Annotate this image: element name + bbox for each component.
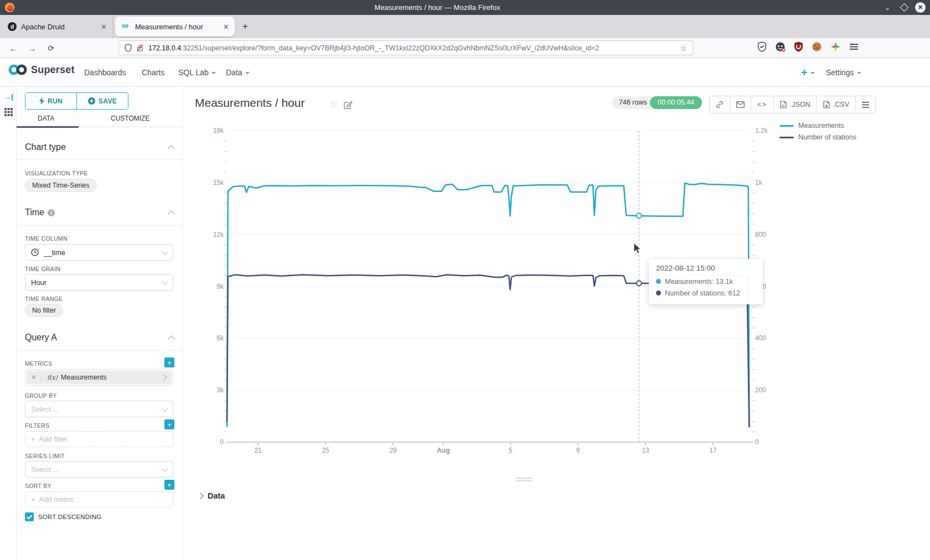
time-column-select[interactable]: __time [25,244,173,261]
expand-datasource-panel-icon[interactable]: → [4,93,13,101]
x-tick-label: 21 [254,447,262,454]
chevron-up-icon [168,335,175,343]
edit-title-icon[interactable] [344,100,353,109]
checkbox-checked-icon[interactable] [25,512,34,521]
datasource-grid-icon[interactable] [4,108,13,116]
superset-brand[interactable]: Superset [8,64,75,76]
highlight-marker-stations [637,281,642,286]
tab-apache-druid[interactable]: d Apache Druid ✕ [0,15,113,38]
sort-descending-row[interactable]: SORT DESCENDING [25,512,101,521]
caret-down-icon [245,72,250,74]
tooltip-date: 2022-08-12 15:00 [656,264,756,272]
clock-icon [31,248,39,256]
tab-close-icon[interactable]: ✕ [101,23,107,31]
ublock-icon[interactable] [794,42,803,52]
group-by-select[interactable]: Select ... [25,401,173,417]
minimize-icon[interactable]: ⌄ [882,2,893,13]
tab-customize[interactable]: CUSTOMIZE [111,112,149,127]
metric-item[interactable]: ✕ f(x) Measurements [25,369,173,386]
tab-measurements-hour[interactable]: ∞ Measurements / hour ✕ [115,17,235,37]
section-time[interactable]: Time [25,208,174,217]
viz-type-pill[interactable]: Mixed Time-Series [25,179,97,192]
reload-button[interactable]: ⟳ [44,42,58,55]
close-icon[interactable]: ✕ [915,2,926,13]
favorite-star-icon[interactable]: ☆ [329,98,338,111]
caret-down-icon [857,72,861,74]
tab-close-icon[interactable]: ✕ [223,23,229,31]
copy-link-button[interactable] [710,96,730,113]
back-button[interactable]: ← [7,42,20,55]
pocket-shield-icon[interactable] [757,42,767,52]
tab-label: Measurements / hour [135,23,203,31]
container-mask-icon[interactable] [775,42,786,52]
x-tick-label: 9 [576,447,580,454]
bookmark-star-icon[interactable]: ☆ [680,44,687,53]
run-button[interactable]: RUN [25,93,76,109]
y-right-tick-label: 400 [755,334,766,342]
browser-toolbar: ← → ⟳ 172.18.0.4:32251/superset/explore/… [0,38,930,58]
time-grain-select[interactable]: Hour [25,274,173,291]
x-tick-label: 17 [709,447,717,454]
url-bar[interactable]: 172.18.0.4:32251/superset/explore/?form_… [118,40,693,55]
add-filter-plus-button[interactable]: + [164,419,174,429]
time-range-pill[interactable]: No filter [25,304,63,317]
email-button[interactable] [730,96,751,113]
superset-logo-icon [8,64,28,76]
remove-metric-icon[interactable]: ✕ [27,374,42,381]
add-new-button[interactable]: + [801,58,815,87]
chevron-up-icon [168,210,175,217]
embed-code-button[interactable]: <> [751,96,773,113]
email-icon [736,101,745,108]
nav-dashboards[interactable]: Dashboards [84,58,126,87]
timeseries-chart[interactable]: 03k6k9k12k15k18k02004006008001k1.2k21252… [183,87,930,560]
forward-button[interactable]: → [25,42,39,55]
chart-menu-button[interactable] [855,96,875,113]
section-query-a[interactable]: Query A [25,333,174,343]
export-json-button[interactable]: .JSON [773,96,817,113]
add-sort-metric-plus-button[interactable]: + [164,480,174,490]
settings-menu[interactable]: Settings [826,58,861,87]
section-chart-type[interactable]: Chart type [25,142,174,152]
extension-pinwheel-icon[interactable] [830,42,841,52]
app-menu-icon[interactable] [849,42,859,51]
y-left-tick-label: 9k [216,283,224,291]
menu-icon [862,102,869,108]
legend-item-measurements[interactable]: Measurements [779,122,856,129]
legend-swatch-icon [779,137,794,138]
x-tick-label: Aug [437,447,450,454]
add-filter-box[interactable]: +Add filter [25,431,173,447]
tooltip-stations: Number of stations: 612 [665,287,740,299]
pane-resize-handle[interactable] [516,478,533,483]
cookie-icon[interactable] [812,42,822,52]
export-csv-button[interactable]: .CSV [817,96,855,113]
x-tick-label: 13 [642,447,649,454]
chart-area: Measurements / hour ☆ 746 rows 00:00:05.… [183,87,930,560]
legend-swatch-icon [779,125,794,127]
legend-item-number-of-stations[interactable]: Number of stations [779,133,856,141]
new-tab-button[interactable]: + [238,19,252,34]
add-metric-plus-button[interactable]: + [164,357,174,367]
maximize-icon[interactable] [898,2,910,13]
sort-descending-label: SORT DESCENDING [38,514,101,520]
add-sort-metric-box[interactable]: +Add metric [25,491,173,507]
plus-circle-icon [88,97,95,105]
save-button[interactable]: SAVE [76,93,128,109]
insecure-lock-icon[interactable] [137,44,143,52]
series-limit-select[interactable]: Select ... [25,461,173,478]
control-panel: RUN SAVE DATA CUSTOMIZE Chart type VISUA… [17,87,183,560]
series-measurements [227,183,749,427]
druid-favicon-icon: d [8,22,17,31]
highlight-marker-measurements [637,213,642,218]
panel-tabs: DATA CUSTOMIZE [17,112,182,127]
tracking-shield-icon[interactable] [125,44,132,52]
nav-data[interactable]: Data [226,58,250,87]
nav-charts[interactable]: Charts [142,58,164,87]
nav-sql-lab[interactable]: SQL Lab [178,58,216,87]
url-host: 172.18.0.4 [148,44,181,52]
tab-data[interactable]: DATA [38,112,54,127]
csv-file-icon [823,101,830,108]
mouse-cursor [633,242,643,255]
data-panel-header[interactable]: Data [198,491,225,500]
filters-label: FILTERS [25,422,50,429]
expand-metric-icon[interactable] [161,374,167,380]
